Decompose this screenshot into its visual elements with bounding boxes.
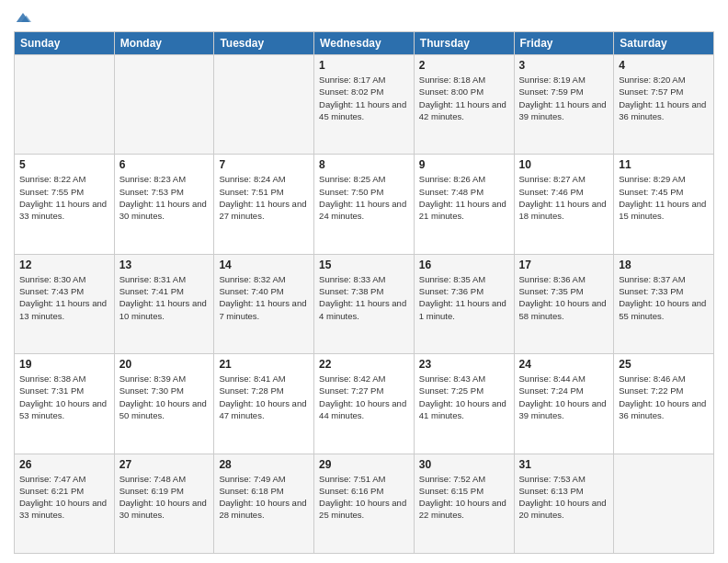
day-info: Sunrise: 8:18 AM Sunset: 8:00 PM Dayligh… [419, 74, 509, 122]
day-number: 11 [619, 158, 709, 171]
day-number: 17 [519, 259, 609, 271]
table-cell: 19Sunrise: 8:38 AM Sunset: 7:31 PM Dayli… [15, 354, 115, 454]
day-info: Sunrise: 8:37 AM Sunset: 7:33 PM Dayligh… [619, 273, 709, 322]
day-number: 23 [419, 358, 509, 371]
table-cell [15, 55, 115, 155]
day-info: Sunrise: 7:53 AM Sunset: 6:13 PM Dayligh… [519, 473, 609, 522]
day-info: Sunrise: 8:33 AM Sunset: 7:38 PM Dayligh… [319, 273, 409, 322]
table-cell: 11Sunrise: 8:29 AM Sunset: 7:45 PM Dayli… [614, 155, 714, 254]
day-number: 5 [19, 158, 109, 171]
day-number: 1 [319, 59, 409, 72]
table-cell: 23Sunrise: 8:43 AM Sunset: 7:25 PM Dayli… [414, 354, 514, 454]
calendar-week-row: 5Sunrise: 8:22 AM Sunset: 7:55 PM Daylig… [15, 155, 714, 254]
day-number: 3 [519, 59, 609, 72]
day-info: Sunrise: 8:23 AM Sunset: 7:53 PM Dayligh… [119, 173, 210, 222]
day-number: 28 [219, 458, 309, 471]
day-info: Sunrise: 8:24 AM Sunset: 7:51 PM Dayligh… [219, 173, 309, 222]
day-info: Sunrise: 8:32 AM Sunset: 7:40 PM Dayligh… [219, 273, 309, 322]
table-cell: 9Sunrise: 8:26 AM Sunset: 7:48 PM Daylig… [414, 155, 514, 254]
table-cell: 30Sunrise: 7:52 AM Sunset: 6:15 PM Dayli… [414, 454, 514, 553]
table-cell: 21Sunrise: 8:41 AM Sunset: 7:28 PM Dayli… [214, 354, 314, 454]
day-number: 16 [419, 259, 509, 271]
day-number: 7 [219, 158, 309, 171]
logo [14, 13, 31, 24]
table-cell: 2Sunrise: 8:18 AM Sunset: 8:00 PM Daylig… [414, 55, 514, 155]
day-number: 25 [619, 358, 709, 371]
table-cell: 17Sunrise: 8:36 AM Sunset: 7:35 PM Dayli… [514, 254, 614, 353]
day-info: Sunrise: 8:26 AM Sunset: 7:48 PM Dayligh… [419, 173, 509, 222]
day-info: Sunrise: 8:17 AM Sunset: 8:02 PM Dayligh… [319, 74, 409, 122]
day-number: 19 [19, 358, 109, 371]
page: Sunday Monday Tuesday Wednesday Thursday… [0, 0, 728, 563]
table-cell: 18Sunrise: 8:37 AM Sunset: 7:33 PM Dayli… [614, 254, 714, 353]
day-info: Sunrise: 8:43 AM Sunset: 7:25 PM Dayligh… [419, 373, 509, 421]
table-cell: 29Sunrise: 7:51 AM Sunset: 6:16 PM Dayli… [314, 454, 415, 553]
table-cell [214, 55, 314, 155]
table-cell: 5Sunrise: 8:22 AM Sunset: 7:55 PM Daylig… [15, 155, 115, 254]
table-cell: 10Sunrise: 8:27 AM Sunset: 7:46 PM Dayli… [514, 155, 614, 254]
table-cell: 4Sunrise: 8:20 AM Sunset: 7:57 PM Daylig… [614, 55, 714, 155]
day-info: Sunrise: 7:51 AM Sunset: 6:16 PM Dayligh… [319, 473, 409, 522]
table-cell: 28Sunrise: 7:49 AM Sunset: 6:18 PM Dayli… [214, 454, 314, 553]
day-info: Sunrise: 8:29 AM Sunset: 7:45 PM Dayligh… [619, 173, 709, 222]
day-number: 22 [319, 358, 409, 371]
day-info: Sunrise: 8:30 AM Sunset: 7:43 PM Dayligh… [19, 273, 109, 322]
table-cell: 25Sunrise: 8:46 AM Sunset: 7:22 PM Dayli… [614, 354, 714, 454]
day-info: Sunrise: 8:22 AM Sunset: 7:55 PM Dayligh… [19, 173, 109, 222]
day-number: 8 [319, 158, 409, 171]
day-number: 30 [419, 458, 509, 471]
day-number: 29 [319, 458, 409, 471]
day-info: Sunrise: 7:49 AM Sunset: 6:18 PM Dayligh… [219, 473, 309, 522]
col-monday: Monday [114, 32, 214, 55]
table-cell: 26Sunrise: 7:47 AM Sunset: 6:21 PM Dayli… [15, 454, 115, 553]
day-info: Sunrise: 8:27 AM Sunset: 7:46 PM Dayligh… [519, 173, 609, 222]
day-info: Sunrise: 8:36 AM Sunset: 7:35 PM Dayligh… [519, 273, 609, 322]
day-number: 10 [519, 158, 609, 171]
day-number: 9 [419, 158, 509, 171]
col-sunday: Sunday [15, 32, 115, 55]
calendar-week-row: 19Sunrise: 8:38 AM Sunset: 7:31 PM Dayli… [15, 354, 714, 454]
calendar-week-row: 1Sunrise: 8:17 AM Sunset: 8:02 PM Daylig… [15, 55, 714, 155]
day-info: Sunrise: 8:41 AM Sunset: 7:28 PM Dayligh… [219, 373, 309, 421]
table-cell: 12Sunrise: 8:30 AM Sunset: 7:43 PM Dayli… [15, 254, 115, 353]
table-cell: 22Sunrise: 8:42 AM Sunset: 7:27 PM Dayli… [314, 354, 415, 454]
day-number: 13 [119, 259, 210, 271]
table-cell: 20Sunrise: 8:39 AM Sunset: 7:30 PM Dayli… [114, 354, 214, 454]
col-friday: Friday [514, 32, 614, 55]
day-number: 12 [19, 259, 109, 271]
day-number: 21 [219, 358, 309, 371]
day-info: Sunrise: 8:31 AM Sunset: 7:41 PM Dayligh… [119, 273, 210, 322]
table-cell: 27Sunrise: 7:48 AM Sunset: 6:19 PM Dayli… [114, 454, 214, 553]
day-info: Sunrise: 8:44 AM Sunset: 7:24 PM Dayligh… [519, 373, 609, 421]
calendar-header-row: Sunday Monday Tuesday Wednesday Thursday… [15, 32, 714, 55]
day-number: 24 [519, 358, 609, 371]
col-tuesday: Tuesday [214, 32, 314, 55]
day-info: Sunrise: 8:35 AM Sunset: 7:36 PM Dayligh… [419, 273, 509, 322]
day-info: Sunrise: 8:19 AM Sunset: 7:59 PM Dayligh… [519, 74, 609, 122]
day-info: Sunrise: 8:20 AM Sunset: 7:57 PM Dayligh… [619, 74, 709, 122]
day-info: Sunrise: 8:39 AM Sunset: 7:30 PM Dayligh… [119, 373, 210, 421]
day-number: 14 [219, 259, 309, 271]
day-info: Sunrise: 8:25 AM Sunset: 7:50 PM Dayligh… [319, 173, 409, 222]
col-thursday: Thursday [414, 32, 514, 55]
logo-icon [15, 11, 31, 24]
day-number: 2 [419, 59, 509, 72]
day-info: Sunrise: 8:38 AM Sunset: 7:31 PM Dayligh… [19, 373, 109, 421]
table-cell: 1Sunrise: 8:17 AM Sunset: 8:02 PM Daylig… [314, 55, 415, 155]
day-info: Sunrise: 8:42 AM Sunset: 7:27 PM Dayligh… [319, 373, 409, 421]
day-number: 20 [119, 358, 210, 371]
col-wednesday: Wednesday [314, 32, 415, 55]
table-cell: 16Sunrise: 8:35 AM Sunset: 7:36 PM Dayli… [414, 254, 514, 353]
table-cell: 15Sunrise: 8:33 AM Sunset: 7:38 PM Dayli… [314, 254, 415, 353]
calendar-week-row: 12Sunrise: 8:30 AM Sunset: 7:43 PM Dayli… [15, 254, 714, 353]
day-info: Sunrise: 8:46 AM Sunset: 7:22 PM Dayligh… [619, 373, 709, 421]
col-saturday: Saturday [614, 32, 714, 55]
table-cell: 31Sunrise: 7:53 AM Sunset: 6:13 PM Dayli… [514, 454, 614, 553]
header [14, 9, 714, 24]
table-cell: 14Sunrise: 8:32 AM Sunset: 7:40 PM Dayli… [214, 254, 314, 353]
day-info: Sunrise: 7:52 AM Sunset: 6:15 PM Dayligh… [419, 473, 509, 522]
day-number: 6 [119, 158, 210, 171]
table-cell: 3Sunrise: 8:19 AM Sunset: 7:59 PM Daylig… [514, 55, 614, 155]
day-info: Sunrise: 7:48 AM Sunset: 6:19 PM Dayligh… [119, 473, 210, 522]
calendar-table: Sunday Monday Tuesday Wednesday Thursday… [14, 31, 714, 554]
